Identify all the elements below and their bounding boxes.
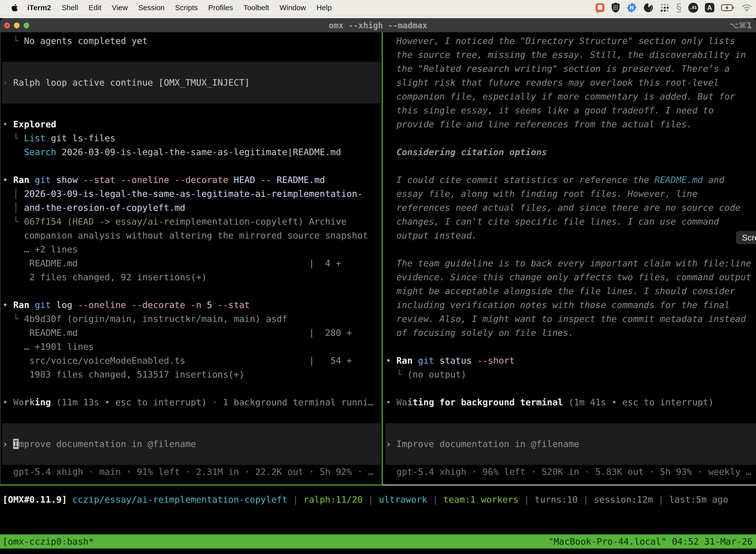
battery-badge-icon[interactable]: ..61 (688, 3, 698, 13)
text-segment: Improve documentation in @filename (396, 439, 579, 449)
apple-icon[interactable] (11, 3, 18, 12)
terminal-line: › Improve documentation in @filename (2, 437, 381, 451)
terminal-line: Considering citation options (386, 145, 756, 159)
text-segment: rk (24, 397, 35, 407)
text-segment: | 280 + (78, 328, 352, 338)
terminal-line: • Working (11m 13s • esc to interrupt) ·… (2, 395, 381, 409)
terminal-line: └ No agents completed yet (2, 34, 381, 48)
text-segment: --short (472, 355, 515, 366)
text-segment: companion analysis without altering the … (2, 230, 368, 240)
text-segment: ting for background terminal (413, 397, 563, 407)
letter-a-icon[interactable]: A (705, 3, 714, 12)
screen-tooltip: Scre (736, 231, 756, 244)
terminal-line: evidence. Since this change only affects… (386, 270, 756, 284)
pie-icon[interactable] (643, 3, 653, 13)
text-segment: git ls-files (45, 133, 115, 143)
text-segment: git (29, 300, 51, 310)
text-segment: mprove documentation in @filename (19, 439, 196, 449)
text-segment: Ran (396, 355, 413, 366)
text-segment: ultrawork (379, 494, 427, 505)
text-segment: 2 files changed, 92 insertions(+) (2, 272, 207, 282)
title-bar: omx --xhigh --madmax ⌥⌘1 (0, 18, 756, 32)
text-segment: last:5m ago (669, 494, 728, 505)
text-segment: … +1901 lines (2, 341, 94, 352)
text-segment: │ (2, 189, 24, 199)
text-segment: [OMX#0.11.9] (2, 494, 67, 505)
menubar-status-icons: § ..61 A (595, 1, 752, 14)
text-segment: Wo (13, 397, 24, 407)
shield-grid-icon[interactable] (611, 3, 620, 13)
text-segment: (1m 41s • esc to interrupt) (563, 397, 713, 407)
text-segment: › (386, 439, 396, 449)
text-segment: references need actual files, and since … (386, 203, 740, 213)
text-segment: However, I noticed the "Directory Struct… (386, 36, 735, 46)
text-segment: ing (35, 397, 51, 407)
menu-item-view[interactable]: View (112, 3, 128, 12)
text-segment: gpt-5.4 xhigh · main · 91% left · 2.31M … (2, 466, 374, 477)
terminal-line: might be acceptable alongside the file l… (386, 284, 756, 298)
squiggle-icon[interactable]: § (676, 1, 682, 14)
terminal-line: I could cite commit statistics or refere… (386, 173, 756, 187)
terminal-line: gpt-5.4 xhigh · 96% left · 520K in · 5.8… (386, 465, 756, 479)
wifi-icon[interactable] (742, 4, 752, 12)
menu-item-profiles[interactable]: Profiles (208, 3, 233, 12)
text-segment: essay file, along with finding root file… (386, 189, 697, 199)
text-segment: • (2, 300, 13, 310)
dots-grid-icon[interactable] (660, 3, 670, 12)
iterm-window: omx --xhigh --madmax ⌥⌘1 └ No agents com… (0, 18, 756, 554)
window-title: omx --xhigh --madmax (0, 18, 756, 33)
pane-divider[interactable] (382, 32, 383, 485)
terminal-line: … +2 lines (2, 242, 381, 257)
terminal-line: of focusing solely on file lines. (386, 326, 756, 340)
pane-bottom-border-right (383, 485, 756, 486)
text-segment: --stat (212, 300, 250, 310)
terminal-line: including verification notes with those … (386, 298, 756, 312)
terminal-line: › Ralph loop active continue [OMX_TMUX_I… (2, 76, 381, 90)
text-segment: | 54 + (185, 355, 352, 366)
text-segment: Ran (13, 175, 29, 185)
text-segment: team:1 workers (443, 494, 518, 505)
text-segment: └ (2, 133, 24, 143)
window-left-edge (0, 32, 0, 485)
terminal-line: • Explored (2, 117, 381, 131)
text-segment: -- (255, 175, 271, 185)
text-segment: README.md (654, 175, 703, 185)
pane-bottom-border-left (0, 485, 383, 486)
text-segment: 2026-03-09-is-legal-the-same-as-legitima… (56, 147, 341, 157)
text-segment: › (2, 439, 13, 449)
menu-item-window[interactable]: Window (279, 3, 306, 12)
text-segment: 4b9d30f (origin/main, instructkr/main, m… (24, 314, 288, 324)
terminal-line: The team guideline is to back every impo… (386, 257, 756, 270)
text-segment: Search (2, 147, 56, 157)
menu-item-edit[interactable]: Edit (88, 3, 102, 12)
menu-item-help[interactable]: Help (316, 3, 332, 12)
terminal-line: └ 4b9d30f (origin/main, instructkr/main,… (2, 312, 381, 326)
menu-item-iterm2[interactable]: iTerm2 (27, 3, 51, 12)
text-segment: Wa (396, 397, 407, 407)
battery-icon[interactable] (721, 4, 735, 11)
text-segment: session:12m (594, 494, 653, 505)
text-segment: log (51, 300, 72, 310)
screen-recording-icon[interactable] (595, 3, 605, 12)
text-segment: | (427, 494, 443, 505)
tmux-session-label: [omx-cczip0:bash* (2, 535, 94, 549)
terminal-line: gpt-5.4 xhigh · main · 91% left · 2.31M … (2, 465, 381, 479)
menu-item-toolbelt[interactable]: Toolbelt (244, 3, 269, 12)
text-segment: including verification notes with those … (386, 300, 730, 310)
text-segment: README.md (271, 175, 325, 185)
text-segment: └ (2, 314, 24, 324)
menu-items: iTerm2ShellEditViewSessionScriptsProfile… (27, 3, 332, 12)
zigzag-badge-icon[interactable] (627, 3, 637, 13)
text-segment: └ (2, 216, 24, 227)
terminal-line: [OMX#0.11.9] cczip/essay/ai-reimplementa… (2, 493, 754, 507)
text-segment: 5 (201, 300, 212, 310)
menu-item-scripts[interactable]: Scripts (175, 3, 198, 12)
text-segment: changes, I can't cite specific file line… (386, 216, 719, 227)
terminal-line: references need actual files, and since … (386, 201, 756, 215)
text-segment: review. Also, I might want to inspect th… (386, 314, 746, 324)
menu-item-shell[interactable]: Shell (62, 3, 78, 12)
text-segment: (no output) (407, 369, 466, 380)
text-segment: src/voice/voiceModeEnabled.ts (2, 355, 185, 366)
text-segment: README.md (2, 258, 78, 268)
menu-item-session[interactable]: Session (138, 3, 165, 12)
